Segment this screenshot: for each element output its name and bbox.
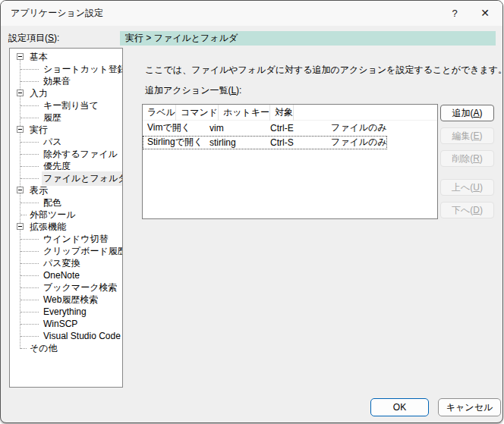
action-row[interactable]: Vimで開く vim Ctrl-E ファイルのみ xyxy=(143,121,437,135)
action-list-label: 追加アクション一覧(L): xyxy=(145,84,241,97)
column-header[interactable]: ホットキー xyxy=(219,105,270,121)
tree-expand-icon[interactable] xyxy=(17,90,24,96)
application-settings-dialog: アプリケーション設定 ? ✕ 設定項目(S): 基本 xyxy=(0,0,503,423)
breadcrumb: 実行 > ファイルとフォルダ xyxy=(120,31,496,46)
help-icon: ? xyxy=(452,8,457,19)
tree-item-label: Everything xyxy=(42,306,88,318)
action-command-cell: stirling xyxy=(205,137,266,148)
tree-item[interactable]: キー割り当て xyxy=(10,99,122,111)
tree-expand-icon[interactable] xyxy=(17,187,24,193)
screen: アプリケーション設定 ? ✕ 設定項目(S): 基本 xyxy=(0,0,504,424)
tree-item[interactable]: 履歴 xyxy=(10,111,122,124)
tree-item[interactable]: WinSCP xyxy=(10,318,122,330)
page-description: ここでは、ファイルやフォルダに対する追加のアクションを設定することができます。 xyxy=(145,64,503,77)
tree-item[interactable]: ファイルとフォルダ xyxy=(10,172,122,184)
cancel-button[interactable]: キャンセル xyxy=(438,398,501,416)
tree-item[interactable]: Everything xyxy=(10,306,122,318)
action-hotkey-cell: Ctrl-S xyxy=(266,137,326,148)
action-target-cell: ファイルのみ xyxy=(326,136,387,149)
tree-item-label: Web履歴検索 xyxy=(42,293,99,307)
settings-tree: 基本 ショートカット登録 効果音 xyxy=(10,51,122,354)
tree-expand-icon[interactable] xyxy=(17,223,24,230)
action-buttons: 追加(A) 編集(E) 削除(R) 上へ(U) 下へ(D xyxy=(440,105,494,225)
tree-item[interactable]: Visual Studio Code xyxy=(10,330,122,342)
action-button[interactable]: 編集(E) xyxy=(440,127,494,144)
action-target-cell: ファイルのみ xyxy=(326,121,387,134)
title-bar: アプリケーション設定 ? ✕ xyxy=(1,1,502,26)
settings-tree-panel: 基本 ショートカット登録 効果音 xyxy=(9,48,123,388)
close-icon: ✕ xyxy=(480,7,490,19)
tree-expand-icon[interactable] xyxy=(17,53,24,60)
cancel-button-label: キャンセル xyxy=(446,401,493,414)
ok-button[interactable]: OK xyxy=(370,398,429,416)
column-header[interactable]: コマンド xyxy=(176,105,219,121)
action-row[interactable]: Stirlingで開く stirling Ctrl-S ファイルのみ xyxy=(143,135,437,149)
tree-item-label: パス変換 xyxy=(42,256,82,271)
action-button[interactable]: 下へ(D) xyxy=(440,202,494,218)
window-title: アプリケーション設定 xyxy=(11,1,103,26)
tree-item[interactable]: 実行 xyxy=(10,124,122,136)
tree-item-label: WinSCP xyxy=(42,318,79,330)
help-button[interactable]: ? xyxy=(443,1,467,25)
action-button-label: 上へ(U) xyxy=(452,181,483,194)
tree-item[interactable]: Web履歴検索 xyxy=(10,294,122,306)
column-header-filler xyxy=(294,105,437,121)
ok-button-label: OK xyxy=(393,402,406,413)
action-hotkey-cell: Ctrl-E xyxy=(266,123,326,133)
action-button-label: 編集(E) xyxy=(452,130,482,143)
close-button[interactable]: ✕ xyxy=(473,1,497,25)
column-header[interactable]: 対象 xyxy=(270,105,294,121)
tree-item[interactable]: 表示 xyxy=(10,184,122,196)
action-button[interactable]: 上へ(U) xyxy=(440,179,494,196)
action-button[interactable]: 削除(R) xyxy=(440,150,494,167)
action-button[interactable]: 追加(A) xyxy=(440,105,494,121)
action-label-cell: Stirlingで開く xyxy=(143,136,205,149)
action-button-label: 削除(R) xyxy=(452,152,483,165)
list-header: ラベル コマンド ホットキー 対象 xyxy=(143,105,437,121)
tree-item[interactable]: 効果音 xyxy=(10,75,122,87)
tree-item-label: その他 xyxy=(28,341,59,356)
column-header[interactable]: ラベル xyxy=(143,105,176,121)
tree-expand-icon[interactable] xyxy=(17,126,24,133)
tree-item[interactable]: パス変換 xyxy=(10,257,122,269)
settings-items-label: 設定項目(S): xyxy=(8,32,59,45)
action-command-cell: vim xyxy=(205,123,266,133)
tree-item[interactable]: その他 xyxy=(10,342,122,354)
action-list[interactable]: ラベル コマンド ホットキー 対象 Vimで開く vim Ctrl- xyxy=(142,104,438,219)
action-button-label: 下へ(D) xyxy=(452,204,483,217)
tree-item-label: ファイルとフォルダ xyxy=(42,171,123,186)
action-button-label: 追加(A) xyxy=(452,107,482,120)
action-label-cell: Vimで開く xyxy=(143,121,205,134)
